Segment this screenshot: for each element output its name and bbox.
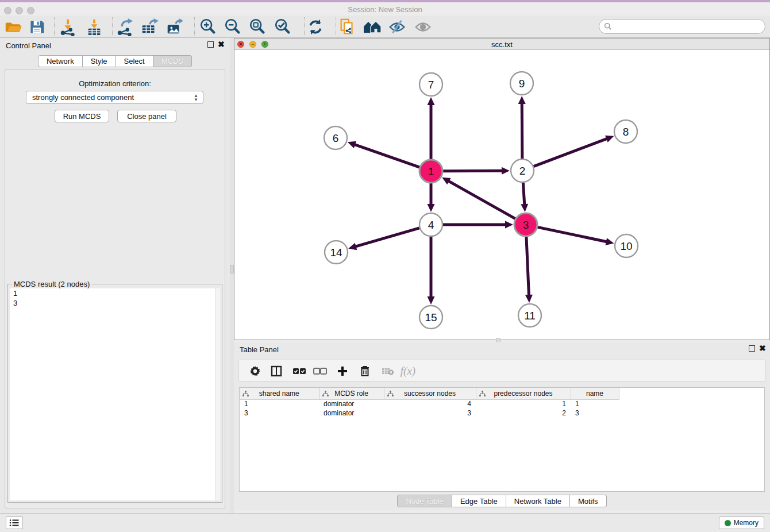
edge-4-14[interactable] xyxy=(356,228,419,246)
table-row[interactable]: 1dominator411 xyxy=(240,399,619,408)
column-header-MCDS-role[interactable]: MCDS role xyxy=(319,388,384,399)
delete-table-icon[interactable] xyxy=(379,363,397,380)
search-field[interactable] xyxy=(599,19,765,34)
node-table-grid[interactable]: shared nameMCDS rolesuccessor nodesprede… xyxy=(240,388,619,418)
cell[interactable]: dominator xyxy=(319,408,384,418)
table-header-row: shared nameMCDS rolesuccessor nodesprede… xyxy=(240,388,619,399)
select-stepper-icon: ▲▼ xyxy=(192,92,199,103)
node-table: shared nameMCDS rolesuccessor nodesprede… xyxy=(239,387,765,492)
column-browser-icon[interactable] xyxy=(267,363,286,380)
network-canvas[interactable]: 1234678910111415 xyxy=(234,50,769,340)
open-folder-icon[interactable] xyxy=(2,17,23,37)
task-history-button[interactable] xyxy=(6,516,23,529)
mcds-result-list[interactable]: 13 xyxy=(10,288,220,500)
add-column-icon[interactable] xyxy=(333,363,352,380)
zoom-selected-icon[interactable] xyxy=(272,17,293,37)
clone-network-icon[interactable] xyxy=(337,17,357,37)
import-table-icon[interactable] xyxy=(84,17,105,37)
tab-motifs[interactable]: Motifs xyxy=(570,495,607,507)
tab-edge-table[interactable]: Edge Table xyxy=(452,495,506,507)
close-panel-icon[interactable]: ✖ xyxy=(218,40,225,48)
memory-button[interactable]: Memory xyxy=(719,516,764,529)
node-label-6: 6 xyxy=(333,132,339,144)
node-label-8: 8 xyxy=(623,126,629,138)
network-titlebar[interactable]: ✕ − + scc.txt xyxy=(234,38,769,50)
control-panel-title: Control Panel xyxy=(6,41,51,50)
zoom-in-icon[interactable] xyxy=(198,17,218,37)
export-image-icon[interactable] xyxy=(164,17,184,37)
show-all-icon[interactable] xyxy=(413,17,433,37)
mcds-result-group: MCDS result (2 nodes) 13 xyxy=(7,284,222,503)
edge-3-11[interactable] xyxy=(526,237,529,295)
mcds-panel: Optimization criterion: strongly connect… xyxy=(5,69,225,508)
cell[interactable]: 3 xyxy=(240,408,319,418)
column-header-name[interactable]: name xyxy=(571,388,619,399)
close-panel-button[interactable]: Close panel xyxy=(117,110,176,122)
task-list-icon xyxy=(9,519,20,527)
toolbar-separator xyxy=(54,17,55,36)
cell[interactable]: 1 xyxy=(476,399,571,408)
deselect-all-icon[interactable] xyxy=(311,363,329,380)
cell[interactable]: 1 xyxy=(240,399,319,408)
result-scrollbar[interactable] xyxy=(215,288,220,500)
zoom-fit-icon[interactable] xyxy=(247,17,268,37)
cell[interactable]: 2 xyxy=(476,408,571,418)
import-network-icon[interactable] xyxy=(57,17,78,37)
toolbar-separator xyxy=(304,17,305,36)
table-row[interactable]: 3dominator323 xyxy=(240,408,619,418)
table-panel-header: Table Panel ✖ xyxy=(234,342,770,357)
edge-arrow xyxy=(502,167,510,175)
vertical-splitter[interactable] xyxy=(230,38,234,513)
search-input[interactable] xyxy=(612,21,765,32)
optimization-criterion-select[interactable]: strongly connected component ▲▼ xyxy=(26,91,203,104)
edge-2-9[interactable] xyxy=(522,103,522,159)
cell[interactable]: 3 xyxy=(571,408,619,418)
main-toolbar xyxy=(0,16,770,38)
control-panel: Control Panel ✖ NetworkStyleSelectMCDS O… xyxy=(0,38,230,513)
float-panel-icon[interactable] xyxy=(207,41,214,48)
edge-2-3[interactable] xyxy=(523,183,524,205)
column-header-shared-name[interactable]: shared name xyxy=(240,388,319,399)
edge-3-10[interactable] xyxy=(538,227,607,241)
export-table-icon[interactable] xyxy=(139,17,160,37)
apply-layout-icon[interactable] xyxy=(305,17,326,37)
memory-status-icon xyxy=(725,520,731,526)
cell[interactable]: 4 xyxy=(384,399,476,408)
network-title: scc.txt xyxy=(234,40,769,49)
edge-2-8[interactable] xyxy=(534,138,607,166)
cell[interactable]: 3 xyxy=(384,408,476,418)
run-mcds-button[interactable]: Run MCDS xyxy=(55,110,109,122)
tab-style[interactable]: Style xyxy=(83,55,116,67)
node-label-3: 3 xyxy=(523,219,529,231)
cell[interactable]: 1 xyxy=(571,399,619,408)
table-close-icon[interactable]: ✖ xyxy=(759,344,766,352)
tab-mcds[interactable]: MCDS xyxy=(153,55,192,67)
select-all-icon[interactable] xyxy=(290,363,309,380)
delete-column-icon[interactable] xyxy=(356,363,374,380)
settings-icon[interactable] xyxy=(246,363,264,380)
first-neighbors-icon[interactable] xyxy=(362,17,383,37)
table-float-icon[interactable] xyxy=(749,345,755,352)
save-session-icon[interactable] xyxy=(26,17,47,37)
column-header-successor-nodes[interactable]: successor nodes xyxy=(384,388,476,399)
node-label-11: 11 xyxy=(524,310,536,322)
hide-selected-icon[interactable] xyxy=(387,17,407,37)
function-builder-icon[interactable]: f(x) xyxy=(399,363,417,380)
result-line: 1 xyxy=(10,288,220,298)
table-panel: Table Panel ✖ f(x) shared nameMCDS roles… xyxy=(234,342,770,510)
tab-node-table[interactable]: Node Table xyxy=(397,495,452,507)
toolbar-separator xyxy=(112,17,113,36)
edge-3-1[interactable] xyxy=(448,181,515,219)
export-network-icon[interactable] xyxy=(114,17,135,37)
splitter-handle[interactable] xyxy=(230,265,234,273)
cell[interactable]: dominator xyxy=(319,399,384,408)
edge-arrow xyxy=(428,296,435,304)
column-header-predecessor-nodes[interactable]: predecessor nodes xyxy=(476,388,571,399)
edge-1-2[interactable] xyxy=(443,171,502,171)
tab-network-table[interactable]: Network Table xyxy=(506,495,570,507)
tab-select[interactable]: Select xyxy=(116,55,153,67)
tab-network[interactable]: Network xyxy=(38,55,83,67)
zoom-out-icon[interactable] xyxy=(222,17,243,37)
network-view-window: ✕ − + scc.txt 1234678910111415 xyxy=(234,38,770,340)
edge-1-6[interactable] xyxy=(355,145,419,168)
